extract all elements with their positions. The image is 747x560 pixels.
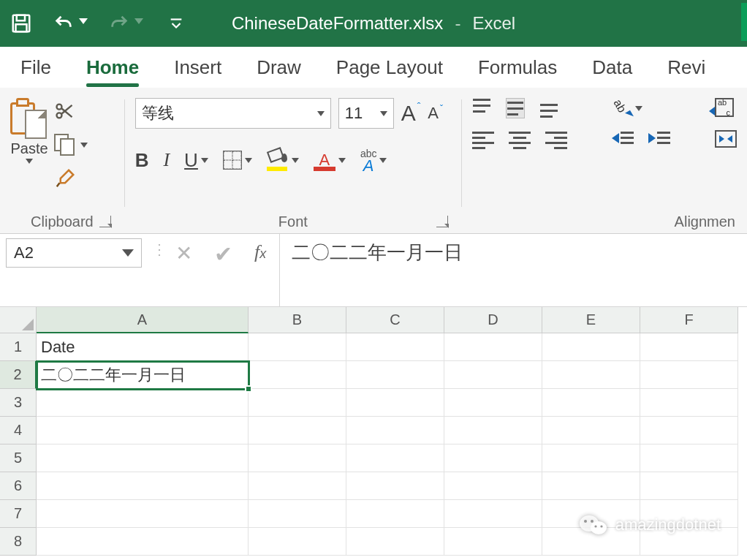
column-header-d[interactable]: D [444,307,542,333]
cell-d1[interactable] [444,333,542,361]
font-name-combobox[interactable]: 等线 [135,98,331,129]
cell-a2[interactable]: 二〇二二年一月一日 [37,361,249,389]
italic-button[interactable]: I [163,149,170,171]
cell[interactable] [640,389,738,417]
cell[interactable] [542,444,640,472]
cell-a5[interactable] [37,444,249,472]
cell[interactable] [249,417,346,444]
copy-button[interactable] [54,132,88,158]
align-top-button[interactable] [472,98,491,118]
enter-formula-button[interactable]: ✔ [214,241,232,267]
tab-home[interactable]: Home [86,47,139,88]
underline-button[interactable]: U [184,149,208,172]
borders-button[interactable] [223,151,252,170]
cell-c2[interactable] [346,361,444,389]
cell[interactable] [640,417,738,444]
name-box[interactable]: A2 [6,238,142,268]
cell-f1[interactable] [640,333,738,361]
cell[interactable] [542,472,640,500]
align-bottom-button[interactable] [539,98,558,118]
cancel-formula-button[interactable]: ✕ [175,241,192,265]
cell[interactable] [249,528,346,556]
fill-color-button[interactable] [267,149,299,171]
decrease-indent-button[interactable] [612,132,634,144]
row-header-7[interactable]: 7 [0,500,37,528]
increase-font-size-button[interactable]: Aˆ [401,101,421,126]
insert-function-button[interactable]: fx [254,241,266,263]
column-header-b[interactable]: B [249,307,346,333]
cell[interactable] [444,389,542,417]
undo-button[interactable] [53,13,89,34]
cell-a4[interactable] [37,417,249,444]
cell-e1[interactable] [542,333,640,361]
row-header-3[interactable]: 3 [0,389,37,417]
tab-file[interactable]: File [20,47,51,88]
save-button[interactable] [9,11,34,36]
phonetic-guide-button[interactable]: abcA [360,148,387,173]
tab-formulas[interactable]: Formulas [478,47,557,88]
bold-button[interactable]: B [135,149,149,172]
cell[interactable] [346,389,444,417]
cell-c1[interactable] [346,333,444,361]
cell[interactable] [346,444,444,472]
row-header-4[interactable]: 4 [0,417,37,444]
align-center-button[interactable] [509,132,531,149]
cell[interactable] [249,389,346,417]
cell-a1[interactable]: Date [37,333,249,361]
font-launcher[interactable] [436,216,451,230]
customize-qat-button[interactable] [164,11,189,36]
cell[interactable] [346,472,444,500]
column-header-c[interactable]: C [346,307,444,333]
format-painter-button[interactable] [54,165,88,192]
cell-d2[interactable] [444,361,542,389]
row-header-1[interactable]: 1 [0,333,37,361]
cell[interactable] [249,444,346,472]
cell[interactable] [444,528,542,556]
cell[interactable] [346,528,444,556]
cell-b2[interactable] [249,361,346,389]
cut-button[interactable] [54,98,88,124]
column-header-e[interactable]: E [542,307,640,333]
clipboard-launcher[interactable] [99,216,114,230]
increase-indent-button[interactable] [648,132,670,144]
cell[interactable] [249,500,346,528]
cell[interactable] [444,444,542,472]
cell-b1[interactable] [249,333,346,361]
cell-a8[interactable] [37,528,249,556]
column-header-a[interactable]: A [37,307,249,333]
column-header-f[interactable]: F [640,307,738,333]
merge-center-button[interactable] [715,130,737,148]
font-size-combobox[interactable]: 11 [338,98,394,129]
tab-page-layout[interactable]: Page Layout [336,47,443,88]
select-all-button[interactable] [0,307,37,333]
cell[interactable] [640,472,738,500]
tab-insert[interactable]: Insert [174,47,221,88]
wrap-text-button[interactable] [715,98,734,117]
cell-f2[interactable] [640,361,738,389]
cell[interactable] [444,417,542,444]
fill-handle[interactable] [245,385,252,393]
row-header-6[interactable]: 6 [0,472,37,500]
cell[interactable] [542,417,640,444]
cell-a6[interactable] [37,472,249,500]
cell[interactable] [444,500,542,528]
namebox-resize-handle[interactable]: ⋮ [152,238,162,251]
tab-review[interactable]: Revi [667,47,705,88]
row-header-5[interactable]: 5 [0,444,37,472]
cell-a3[interactable] [37,389,249,417]
orientation-button[interactable]: ab [612,98,642,118]
cell[interactable] [542,389,640,417]
cell[interactable] [640,444,738,472]
row-header-2[interactable]: 2 [0,361,37,389]
align-right-button[interactable] [545,132,567,149]
cell[interactable] [346,500,444,528]
formula-bar-input[interactable]: 二〇二二年一月一日 [279,234,747,306]
redo-button[interactable] [108,13,145,34]
tab-draw[interactable]: Draw [257,47,301,88]
cell-e2[interactable] [542,361,640,389]
align-left-button[interactable] [472,132,494,149]
row-header-8[interactable]: 8 [0,528,37,556]
cell-a7[interactable] [37,500,249,528]
tab-data[interactable]: Data [592,47,632,88]
decrease-font-size-button[interactable]: Aˇ [428,104,443,123]
